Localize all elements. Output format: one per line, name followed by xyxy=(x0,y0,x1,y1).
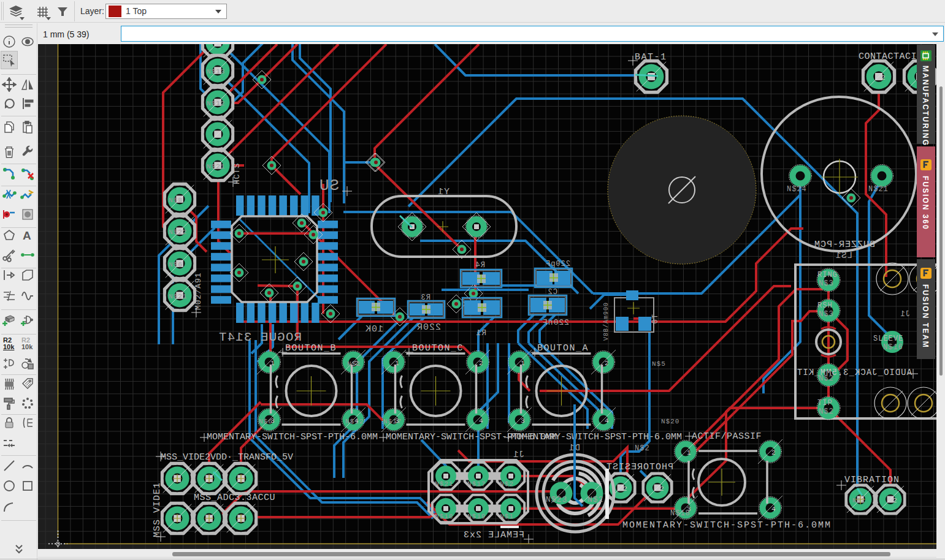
svg-text:N$17: N$17 xyxy=(383,418,402,425)
svg-text:N$2: N$2 xyxy=(819,407,834,416)
svg-text:N$6: N$6 xyxy=(169,261,183,268)
svg-text:MSS VIDE1: MSS VIDE1 xyxy=(152,482,163,537)
svg-text:MOMENTARY-SWITCH-SPST-PTH-6.0M: MOMENTARY-SWITCH-SPST-PTH-6.0MM xyxy=(207,432,378,442)
svg-text:RING: RING xyxy=(817,271,838,279)
svg-text:T0: T0 xyxy=(651,314,660,324)
svg-text:2: 2 xyxy=(623,485,628,493)
svg-text:N$2: N$2 xyxy=(500,480,514,488)
svg-text:RSH: RSH xyxy=(817,301,833,310)
svg-text:220R: 220R xyxy=(416,322,441,333)
svg-text:N$21: N$21 xyxy=(207,163,225,170)
svg-text:R3: R3 xyxy=(421,293,430,302)
svg-text:J1: J1 xyxy=(900,310,910,319)
svg-text:N$8: N$8 xyxy=(169,197,183,204)
svg-text:HCTS: HCTS xyxy=(232,163,242,184)
svg-text:N$12: N$12 xyxy=(345,418,364,425)
svg-text:AUDIO_JACK_3.5MM_KIT: AUDIO_JACK_3.5MM_KIT xyxy=(797,368,912,377)
svg-text:N$2: N$2 xyxy=(587,495,603,504)
svg-text:BOUTON_C: BOUTON_C xyxy=(412,343,464,354)
svg-text:N$3: N$3 xyxy=(819,310,834,319)
svg-text:MSS_ADC3.3ACCU: MSS_ADC3.3ACCU xyxy=(194,493,275,503)
svg-text:MOMENTARY-SWITCH-SPST-PTH-6.0M: MOMENTARY-SWITCH-SPST-PTH-6.0MM xyxy=(511,432,682,442)
svg-text:LS1: LS1 xyxy=(835,251,852,260)
svg-text:R1: R1 xyxy=(475,328,486,338)
svg-text:10K: 10K xyxy=(365,324,383,335)
svg-text:Y1: Y1 xyxy=(437,187,450,197)
svg-text:N$12: N$12 xyxy=(207,100,225,107)
svg-text:3: 3 xyxy=(521,417,526,425)
svg-text:BAT-1: BAT-1 xyxy=(635,52,667,62)
svg-text:R4: R4 xyxy=(475,261,485,270)
svg-text:SU: SU xyxy=(319,176,339,195)
svg-text:N$21: N$21 xyxy=(868,185,889,194)
svg-text:220pF: 220pF xyxy=(545,260,570,268)
svg-text:10k: 10k xyxy=(21,343,33,350)
svg-text:N$6: N$6 xyxy=(259,418,273,425)
svg-text:ACTIF/PASSIF: ACTIF/PASSIF xyxy=(692,431,762,442)
svg-text:2: 2 xyxy=(605,360,610,367)
svg-text:N$17: N$17 xyxy=(467,480,486,488)
svg-text:SLEEVE: SLEEVE xyxy=(873,335,903,343)
svg-text:N$23: N$23 xyxy=(546,495,567,504)
svg-text:N$19: N$19 xyxy=(467,513,486,520)
svg-text:J1: J1 xyxy=(513,450,524,460)
svg-text:2: 2 xyxy=(771,449,776,456)
svg-text:10k: 10k xyxy=(3,343,15,350)
svg-text:FEMALE 2x3: FEMALE 2x3 xyxy=(463,530,524,540)
svg-text:ROGUE 314T: ROGUE 314T xyxy=(218,330,302,344)
svg-text:2: 2 xyxy=(881,74,886,81)
svg-text:MSS_VIDE2VDD·_TRANSFO_5V: MSS_VIDE2VDD·_TRANSFO_5V xyxy=(161,452,293,463)
svg-text:2: 2 xyxy=(893,497,898,504)
svg-text:N$24: N$24 xyxy=(787,185,807,194)
svg-text:N$21: N$21 xyxy=(435,480,453,488)
svg-text:CONTACTACIL: CONTACTACIL xyxy=(859,51,923,62)
svg-text:N$1: N$1 xyxy=(500,513,514,520)
svg-text:MOMENTARY-SWITCH-SPST-PTH-6.0M: MOMENTARY-SWITCH-SPST-PTH-6.0MM xyxy=(622,520,832,531)
svg-text:M02/A91: M02/A91 xyxy=(194,272,203,310)
svg-text:N$3: N$3 xyxy=(819,279,834,288)
svg-text:220nF: 220nF xyxy=(542,318,569,327)
svg-text:N$22: N$22 xyxy=(169,229,187,236)
svg-text:N$18: N$18 xyxy=(435,513,453,520)
svg-text:TIP: TIP xyxy=(817,399,833,407)
svg-text:N$18: N$18 xyxy=(670,509,691,518)
svg-text:N$16: N$16 xyxy=(883,343,903,352)
svg-text:N$1: N$1 xyxy=(347,360,361,368)
svg-text:N$2: N$2 xyxy=(852,498,865,504)
svg-text:N$13: N$13 xyxy=(207,68,225,75)
svg-text:BUZZER-PCM: BUZZER-PCM xyxy=(814,240,875,250)
svg-text:4: 4 xyxy=(479,417,484,425)
svg-text:1: 1 xyxy=(687,449,692,456)
svg-text:4: 4 xyxy=(771,505,776,513)
svg-text:N$2: N$2 xyxy=(635,444,650,453)
svg-text:N$20: N$20 xyxy=(661,418,679,425)
svg-text:PHOTORESIST: PHOTORESIST xyxy=(606,462,673,472)
svg-text:N$21: N$21 xyxy=(169,293,187,300)
svg-text:BOUTON_B: BOUTON_B xyxy=(285,343,337,354)
svg-text:BOUTON_A: BOUTON_A xyxy=(537,343,589,354)
svg-text:2: 2 xyxy=(479,360,484,367)
svg-text:2: 2 xyxy=(660,485,665,493)
svg-text:4: 4 xyxy=(605,417,610,425)
svg-text:N$5: N$5 xyxy=(652,360,666,368)
svg-text:V8B/Am900: V8B/Am900 xyxy=(603,302,610,341)
svg-text:A: A xyxy=(23,229,31,242)
svg-text:C2: C2 xyxy=(548,288,557,297)
